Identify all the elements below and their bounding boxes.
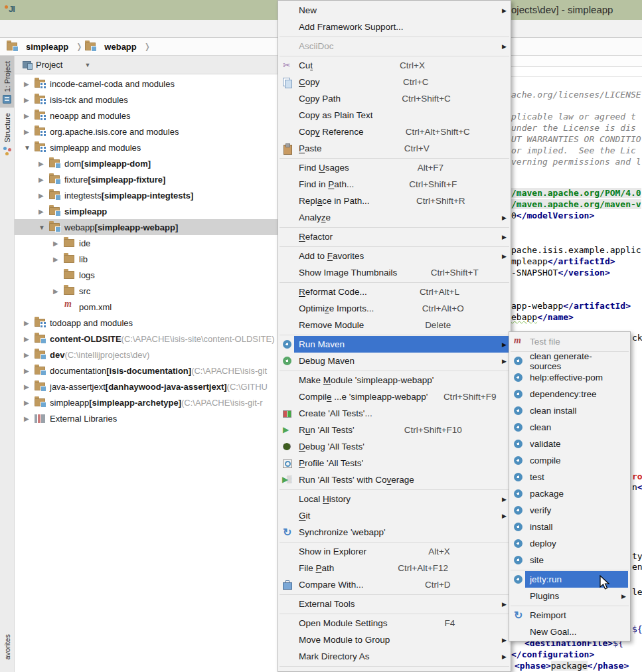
menu-item[interactable]: jetty:run ▶: [509, 571, 630, 588]
tool-window-tab[interactable]: Structure: [0, 108, 15, 159]
tree-row[interactable]: logs: [15, 267, 278, 283]
tree-expand-arrow-icon[interactable]: [24, 80, 35, 88]
tree-row[interactable]: lib: [15, 251, 278, 267]
tree-row[interactable]: webapp [simpleapp-webapp]: [15, 219, 278, 235]
menu-item[interactable]: Paste Ctrl+V ▶: [278, 140, 511, 157]
tree-expand-arrow-icon[interactable]: [24, 399, 35, 406]
menu-item[interactable]: test ▶: [509, 469, 630, 485]
tool-window-tab[interactable]: avorites: [0, 629, 15, 672]
menu-item[interactable]: Optimize Imports... Ctrl+Alt+O ▶: [278, 300, 511, 317]
tree-row[interactable]: integtests [simpleapp-integtests]: [15, 187, 278, 203]
tree-row[interactable]: simpleapp and modules: [15, 139, 278, 155]
tree-expand-arrow-icon[interactable]: [24, 415, 35, 422]
menu-item[interactable]: help:effective-pom ▶: [509, 369, 630, 386]
menu-item[interactable]: Open Module Settings F4 ▶: [278, 615, 511, 631]
menu-item[interactable]: site ▶: [509, 552, 630, 568]
tool-window-tab[interactable]: 1: Project: [0, 56, 15, 108]
menu-item[interactable]: Add Framework Support... ▶: [278, 19, 511, 35]
tree-row[interactable]: simpleapp: [15, 203, 278, 219]
menu-item[interactable]: Profile 'All Tests' ▶: [278, 455, 511, 471]
menu-item[interactable]: deploy ▶: [509, 535, 630, 552]
menu-item[interactable]: Compare With... Ctrl+D ▶: [278, 576, 511, 593]
tree-row[interactable]: content-OLDSITE (C:\APACHE\isis-site\con…: [15, 331, 278, 347]
menu-item[interactable]: Show Image Thumbnails Ctrl+Shift+T ▶: [278, 264, 511, 281]
tree-expand-arrow-icon[interactable]: [39, 224, 49, 231]
menu-item[interactable]: AsciiDoc ▶: [278, 38, 511, 54]
menu-item[interactable]: Analyze ▶: [278, 209, 511, 226]
breadcrumb-item[interactable]: webapp ❭: [85, 42, 150, 52]
menubar-item[interactable]: [3, 27, 15, 31]
menu-item[interactable]: Synchronize 'webapp' ▶: [278, 524, 511, 541]
menu-item[interactable]: Show in Explorer Alt+X ▶: [278, 543, 511, 560]
tree-expand-arrow-icon[interactable]: [53, 256, 64, 263]
menu-item[interactable]: validate ▶: [509, 436, 630, 452]
menu-item[interactable]: Replace in Path... Ctrl+Shift+R ▶: [278, 193, 511, 209]
menubar-item[interactable]: [39, 27, 50, 31]
menu-item[interactable]: Run 'All Tests' Ctrl+Shift+F10 ▶: [278, 422, 511, 438]
tree-expand-arrow-icon[interactable]: [53, 240, 64, 247]
menu-item[interactable]: Copy Reference Ctrl+Alt+Shift+C ▶: [278, 124, 511, 140]
menu-item[interactable]: package ▶: [509, 485, 630, 502]
menu-item[interactable]: Add to Favorites ▶: [278, 248, 511, 264]
chevron-down-icon[interactable]: ▼: [84, 62, 90, 68]
menubar-item[interactable]: [50, 27, 62, 31]
menu-item[interactable]: Find in Path... Ctrl+Shift+F ▶: [278, 176, 511, 193]
menu-item[interactable]: Copy as Plain Text ▶: [278, 107, 511, 124]
tree-row[interactable]: neoapp and modules: [15, 108, 278, 124]
menubar-item[interactable]: [27, 27, 39, 31]
tree-row[interactable]: ide: [15, 235, 278, 251]
menu-item[interactable]: Reimport ▶: [509, 607, 630, 624]
menu-item[interactable]: New ▶: [278, 2, 511, 19]
menubar-item[interactable]: [74, 27, 86, 31]
menu-item[interactable]: clean install ▶: [509, 402, 630, 419]
menu-item[interactable]: Make Module 'simpleapp-webapp' ▶: [278, 372, 511, 388]
menu-item[interactable]: Run Maven ▶: [278, 336, 511, 353]
menu-item[interactable]: install ▶: [509, 519, 630, 535]
tree-row[interactable]: External Libraries: [15, 410, 278, 426]
tree-expand-arrow-icon[interactable]: [39, 176, 49, 183]
menubar-item[interactable]: [62, 27, 74, 31]
tree-row[interactable]: pom.xml: [15, 299, 278, 315]
menu-item[interactable]: Remove Module Delete ▶: [278, 317, 511, 333]
menu-item[interactable]: Create 'All Tests'... ▶: [278, 405, 511, 422]
tree-expand-arrow-icon[interactable]: [39, 208, 49, 215]
breadcrumb-item[interactable]: simpleapp ❭: [7, 42, 82, 52]
menu-item[interactable]: Debug 'All Tests' ▶: [278, 438, 511, 455]
menu-item[interactable]: Copy Ctrl+C ▶: [278, 74, 511, 90]
tree-expand-arrow-icon[interactable]: [53, 288, 64, 295]
menu-item[interactable]: Debug Maven ▶: [278, 353, 511, 369]
menu-item[interactable]: Mark Directory As ▶: [278, 648, 511, 665]
tree-row[interactable]: documentation [isis-documentation] (C:\A…: [15, 363, 278, 378]
tree-expand-arrow-icon[interactable]: [24, 144, 35, 151]
tree-row[interactable]: java-assertjext [danhaywood-java-assertj…: [15, 378, 278, 394]
tree-expand-arrow-icon[interactable]: [24, 351, 35, 359]
tree-expand-arrow-icon[interactable]: [24, 367, 35, 375]
tree-row[interactable]: dom [simpleapp-dom]: [15, 155, 278, 171]
tree-row[interactable]: src: [15, 283, 278, 299]
menu-item[interactable]: Find Usages Alt+F7 ▶: [278, 159, 511, 176]
menu-item[interactable]: New Goal... ▶: [509, 624, 630, 640]
tree-row[interactable]: dev (C:\intellijprojects\dev): [15, 347, 278, 363]
tree-row[interactable]: org.apache.isis.core and modules: [15, 124, 278, 139]
menu-item[interactable]: Reformat Code... Ctrl+Alt+L ▶: [278, 284, 511, 300]
menu-item[interactable]: Copy Path Ctrl+Shift+C ▶: [278, 90, 511, 107]
menu-item[interactable]: Test file ▶: [509, 333, 630, 350]
tree-row[interactable]: todoapp and modules: [15, 315, 278, 331]
menu-item[interactable]: External Tools ▶: [278, 596, 511, 612]
tree-expand-arrow-icon[interactable]: [24, 96, 35, 104]
tree-row[interactable]: incode-camel-coda and modules: [15, 76, 278, 92]
menu-item[interactable]: Git ▶: [278, 507, 511, 524]
menu-item[interactable]: clean ▶: [509, 419, 630, 436]
menu-item[interactable]: Plugins ▶: [509, 588, 630, 604]
menu-item[interactable]: Run 'All Tests' with Coverage ▶: [278, 471, 511, 488]
tree-row[interactable]: simpleapp [simpleapp-archetype] (C:\APAC…: [15, 394, 278, 410]
tree-expand-arrow-icon[interactable]: [39, 160, 49, 167]
menu-item[interactable]: Compile ...e 'simpleapp-webapp' Ctrl+Shi…: [278, 388, 511, 405]
menu-item[interactable]: dependency:tree ▶: [509, 386, 630, 402]
tree-expand-arrow-icon[interactable]: [24, 112, 35, 120]
tree-row[interactable]: isis-tck and modules: [15, 92, 278, 108]
tree-expand-arrow-icon[interactable]: [24, 335, 35, 343]
menu-item[interactable]: clean generate-sources ▶: [509, 353, 630, 369]
tree-expand-arrow-icon[interactable]: [39, 192, 49, 199]
menu-item[interactable]: verify ▶: [509, 502, 630, 519]
